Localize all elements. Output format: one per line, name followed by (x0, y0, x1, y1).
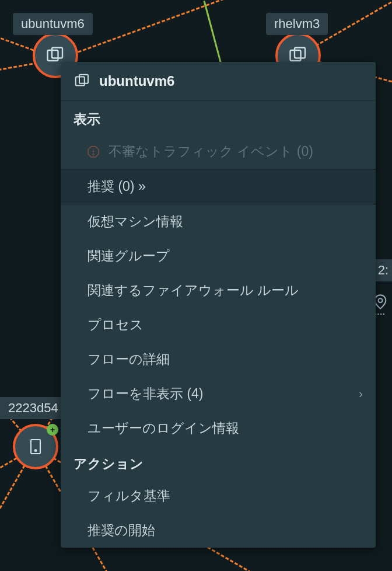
svg-point-6 (379, 298, 383, 302)
menu-item-processes[interactable]: プロセス (61, 308, 376, 342)
menu-item-label: フローの詳細 (88, 350, 170, 368)
menu-item-label: 推奨の開始 (88, 521, 155, 539)
menu-item-label: 関連するファイアウォール ルール (88, 281, 299, 300)
menu-item-recommendations[interactable]: 推奨 (0) » (61, 169, 376, 204)
vm-icon (74, 72, 91, 90)
node-label-rhelvm3[interactable]: rhelvm3 (266, 13, 328, 35)
menu-item-label: フィルタ基準 (88, 487, 170, 505)
chevron-right-icon: › (359, 387, 363, 401)
svg-rect-3 (295, 48, 305, 58)
add-badge-icon: + (47, 424, 58, 436)
menu-item-label: 推奨 (0) » (88, 177, 146, 196)
context-menu-title: ubuntuvm6 (99, 73, 174, 89)
svg-rect-9 (79, 75, 88, 83)
menu-item-label: 仮想マシン情報 (88, 213, 183, 231)
menu-item-label: 不審なトラフィック イベント (0) (108, 142, 313, 161)
menu-item-hide-flows[interactable]: フローを非表示 (4) › (61, 377, 376, 411)
svg-point-5 (35, 450, 37, 451)
menu-item-related-groups[interactable]: 関連グループ (61, 239, 376, 273)
menu-item-label: ユーザーのログイン情報 (88, 419, 239, 437)
menu-item-filter-criteria[interactable]: フィルタ基準 (61, 479, 376, 513)
context-menu-header: ubuntuvm6 (61, 62, 376, 101)
alert-octagon-icon (86, 145, 100, 159)
menu-item-label: プロセス (88, 316, 144, 334)
section-label-action: アクション (61, 445, 376, 479)
menu-item-user-login-info[interactable]: ユーザーのログイン情報 (61, 411, 376, 445)
menu-item-label: フローを非表示 (4) (88, 385, 204, 403)
svg-point-12 (93, 154, 94, 155)
svg-rect-0 (48, 50, 58, 61)
menu-item-suspicious-traffic: 不審なトラフィック イベント (0) (61, 134, 376, 169)
menu-item-flow-details[interactable]: フローの詳細 (61, 342, 376, 377)
menu-item-start-recommendation[interactable]: 推奨の開始 (61, 513, 376, 548)
node-label-2223d54[interactable]: 2223d54 (0, 397, 66, 419)
host-icon (26, 437, 45, 456)
svg-rect-2 (290, 50, 301, 61)
svg-rect-8 (76, 77, 85, 86)
context-menu: ubuntuvm6 表示 不審なトラフィック イベント (0) 推奨 (0) »… (61, 62, 376, 548)
node-label-ubuntuvm6[interactable]: ubuntuvm6 (13, 13, 93, 35)
section-label-view: 表示 (61, 101, 376, 134)
menu-item-label: 関連グループ (88, 247, 170, 265)
node-2223d54[interactable]: + (13, 424, 58, 469)
menu-item-related-firewall-rules[interactable]: 関連するファイアウォール ルール (61, 273, 376, 308)
menu-item-vm-info[interactable]: 仮想マシン情報 (61, 204, 376, 239)
svg-rect-1 (52, 48, 62, 58)
